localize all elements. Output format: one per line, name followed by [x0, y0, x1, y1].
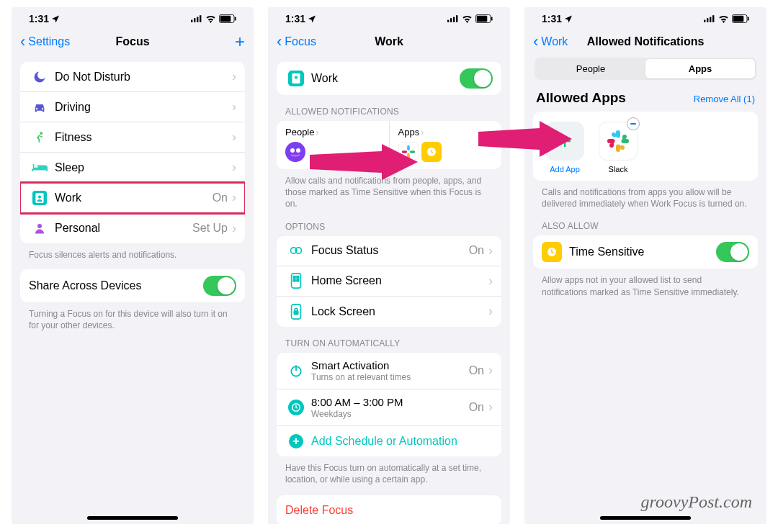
options-card: Focus Status On › Home Screen › Lock Scr…: [277, 236, 501, 327]
home-indicator[interactable]: [87, 516, 178, 520]
running-icon: [29, 130, 50, 145]
focus-row-fitness[interactable]: Fitness ›: [20, 122, 245, 153]
focus-status-icon: [285, 243, 307, 258]
remove-app-badge[interactable]: [627, 117, 640, 130]
segmented-control: People Apps: [535, 58, 756, 80]
ts-footnote: Allow apps not in your allowed list to s…: [533, 269, 758, 297]
chevron-right-icon: ›: [232, 221, 236, 236]
screen-allowed-notifications: 1:31 ‹ Work Allowed Notifications People…: [524, 7, 766, 524]
chevron-right-icon: ›: [232, 69, 236, 84]
signal-icon: [447, 15, 459, 22]
focus-row-work[interactable]: Work On ›: [20, 183, 245, 213]
chevron-right-icon: ›: [232, 160, 236, 175]
location-icon: [308, 14, 316, 23]
time-sensitive-toggle[interactable]: [716, 242, 749, 262]
work-toggle-card: Work: [277, 62, 501, 95]
share-card: Share Across Devices: [20, 269, 245, 302]
battery-icon: [732, 14, 749, 23]
svg-point-9: [38, 195, 41, 198]
home-screen-icon: [285, 273, 307, 289]
svg-rect-25: [407, 153, 410, 158]
chevron-right-icon: ›: [421, 127, 424, 137]
person-icon: [29, 221, 50, 235]
automation-card: Smart Activation Turns on at relevant ti…: [277, 353, 501, 456]
allowed-notifications-header: ALLOWED NOTIFICATIONS: [277, 95, 501, 121]
svg-rect-17: [491, 17, 493, 20]
chevron-left-icon: ‹: [20, 34, 25, 50]
work-toggle[interactable]: [460, 68, 493, 89]
options-header: OPTIONS: [277, 210, 501, 236]
moon-icon: [29, 70, 50, 84]
allowed-apps-card: + Add App: [533, 112, 758, 181]
back-settings[interactable]: ‹ Settings: [20, 34, 70, 50]
svg-rect-36: [294, 311, 298, 315]
add-app-tile[interactable]: + Add App: [545, 122, 585, 173]
svg-rect-3: [200, 15, 201, 22]
remove-all-button[interactable]: Remove All (1): [694, 94, 755, 104]
schedule-time-row[interactable]: 8:00 AM – 3:00 PM Weekdays On ›: [277, 389, 501, 426]
slack-tile[interactable]: Slack: [598, 122, 638, 173]
lock-screen-row[interactable]: Lock Screen ›: [277, 297, 501, 327]
clock-icon: [285, 400, 307, 415]
svg-point-22: [296, 148, 300, 153]
home-screen-row[interactable]: Home Screen ›: [277, 266, 501, 297]
svg-rect-33: [293, 279, 295, 281]
battery-icon: [475, 14, 493, 23]
seg-apps[interactable]: Apps: [645, 59, 755, 78]
svg-point-20: [285, 142, 305, 162]
status-bar: 1:31: [12, 7, 254, 29]
chevron-right-icon: ›: [488, 304, 493, 319]
svg-rect-31: [293, 276, 295, 279]
apps-column[interactable]: Apps›: [390, 121, 502, 169]
clock-time: 1:31: [542, 13, 562, 24]
lock-screen-icon: [285, 304, 307, 320]
contact-avatar: [285, 142, 305, 162]
focus-row-driving[interactable]: Driving ›: [20, 92, 245, 122]
wifi-icon: [462, 15, 473, 23]
svg-point-21: [290, 148, 295, 153]
share-across-devices-row: Share Across Devices: [20, 269, 245, 302]
svg-rect-42: [710, 17, 711, 22]
svg-rect-24: [409, 150, 414, 153]
chevron-right-icon: ›: [232, 190, 236, 205]
svg-rect-48: [622, 139, 630, 143]
chevron-right-icon: ›: [488, 243, 493, 258]
back-work[interactable]: ‹ Work: [533, 34, 568, 50]
work-toggle-row: Work: [277, 62, 501, 95]
auto-header: TURN ON AUTOMATICALLY: [277, 327, 501, 353]
status-bar: 1:31: [524, 7, 766, 29]
svg-rect-23: [407, 145, 410, 150]
home-indicator[interactable]: [600, 516, 691, 520]
people-column[interactable]: People›: [277, 121, 390, 169]
svg-rect-11: [447, 20, 449, 22]
svg-rect-16: [477, 16, 488, 22]
add-schedule-row[interactable]: + Add Schedule or Automation: [277, 426, 501, 456]
focus-row-personal[interactable]: Personal Set Up ›: [20, 213, 245, 243]
svg-rect-6: [235, 17, 236, 20]
page-title: Allowed Notifications: [587, 35, 705, 48]
focus-row-dnd[interactable]: Do Not Disturb ›: [20, 62, 245, 92]
wifi-icon: [718, 15, 729, 23]
time-sensitive-card: Time Sensitive: [533, 235, 758, 269]
back-focus[interactable]: ‹ Focus: [277, 34, 316, 50]
delete-focus-button[interactable]: Delete Focus: [277, 495, 501, 524]
seg-people[interactable]: People: [536, 59, 645, 78]
time-sensitive-icon: [542, 242, 562, 262]
allowed-apps-title: Allowed Apps: [536, 90, 626, 106]
svg-rect-46: [748, 17, 749, 20]
chevron-right-icon: ›: [488, 274, 493, 289]
svg-rect-1: [194, 18, 195, 22]
status-bar: 1:31: [268, 7, 510, 29]
svg-rect-30: [292, 274, 301, 288]
chevron-right-icon: ›: [232, 99, 236, 114]
watermark: groovyPost.com: [641, 492, 752, 512]
page-title: Focus: [115, 35, 149, 48]
focus-status-row[interactable]: Focus Status On ›: [277, 236, 501, 266]
svg-point-19: [295, 76, 298, 79]
share-toggle[interactable]: [203, 276, 236, 296]
svg-rect-47: [616, 130, 620, 138]
smart-activation-row[interactable]: Smart Activation Turns on at relevant ti…: [277, 353, 501, 389]
add-focus-button[interactable]: +: [235, 32, 245, 52]
focus-row-sleep[interactable]: Sleep ›: [20, 153, 245, 183]
badge-icon: [29, 191, 50, 205]
